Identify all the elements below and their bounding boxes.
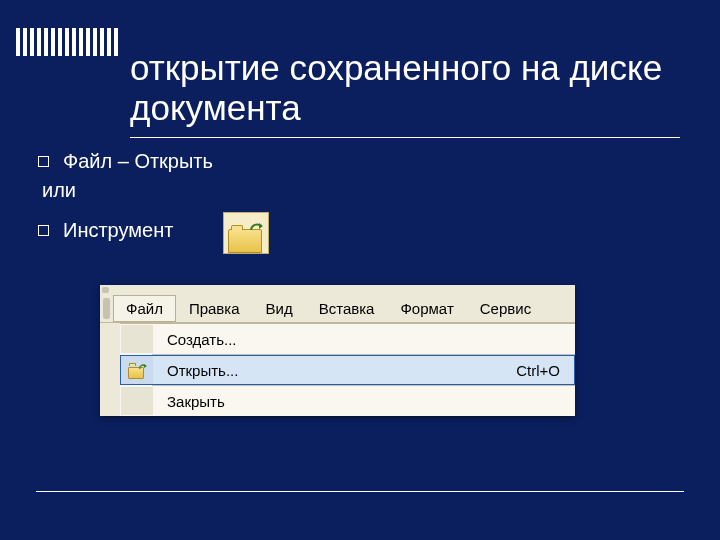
bullet-text: Файл – Открыть — [63, 150, 213, 173]
or-text: или — [42, 179, 680, 202]
dropdown-file: Создать... Открыть... Ctrl+O Закрыть — [120, 323, 575, 416]
dropdown-item-new[interactable]: Создать... — [120, 324, 575, 354]
blank-icon — [121, 387, 153, 415]
bullet-text: Инструмент — [63, 219, 173, 242]
bullet-marker-icon — [38, 156, 49, 167]
bullet-tool: Инструмент — [38, 219, 173, 242]
menubar-item-view[interactable]: Вид — [253, 295, 306, 322]
slide-content: Файл – Открыть или Инструмент — [38, 150, 680, 254]
menubar-item-tools[interactable]: Сервис — [467, 295, 544, 322]
slide-title: открытие сохраненного на диске документа — [130, 48, 680, 138]
menubar-item-insert[interactable]: Вставка — [306, 295, 388, 322]
menubar-item-edit[interactable]: Правка — [176, 295, 253, 322]
bullet-file-open: Файл – Открыть — [38, 150, 680, 173]
dropdown-item-close[interactable]: Закрыть — [120, 386, 575, 416]
menubar-item-file[interactable]: Файл — [113, 295, 176, 322]
folder-open-icon — [121, 356, 153, 384]
menubar-item-format[interactable]: Формат — [387, 295, 466, 322]
menubar: Файл Правка Вид Вставка Формат Сервис — [100, 295, 575, 323]
bullet-marker-icon — [38, 225, 49, 236]
title-area: открытие сохраненного на диске документа — [130, 48, 680, 138]
title-decor-bars — [16, 28, 118, 56]
folder-open-icon — [223, 212, 269, 254]
menu-screenshot: Файл Правка Вид Вставка Формат Сервис Со… — [100, 285, 575, 416]
blank-icon — [121, 325, 153, 353]
footer-rule — [36, 491, 684, 492]
dropdown-item-open[interactable]: Открыть... Ctrl+O — [120, 355, 575, 385]
